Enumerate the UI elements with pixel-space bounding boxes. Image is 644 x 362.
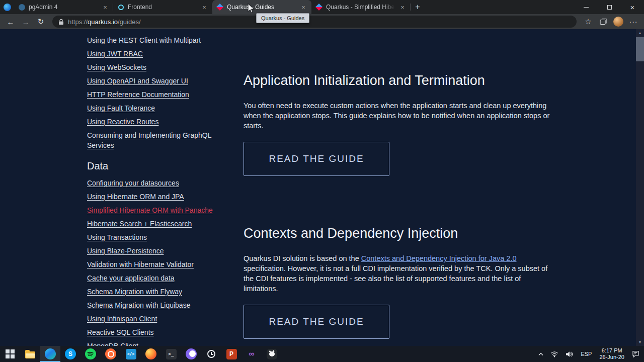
sidebar-link[interactable]: Schema Migration with Flyway bbox=[87, 287, 214, 297]
browser-logo-icon bbox=[0, 0, 14, 14]
scroll-up-icon[interactable]: ▲ bbox=[636, 29, 644, 37]
sidebar-link[interactable]: Using WebSockets bbox=[87, 62, 214, 72]
tab-quarkus-panache[interactable]: Quarkus - Simplified Hibernate ORM with … bbox=[311, 0, 411, 14]
start-button[interactable] bbox=[0, 346, 20, 362]
profile-avatar[interactable] bbox=[611, 15, 626, 28]
clock-date: 26-Jun-20 bbox=[599, 354, 624, 360]
pgadmin-favicon bbox=[18, 4, 25, 11]
sidebar-link[interactable]: Using OpenAPI and Swagger UI bbox=[87, 76, 214, 86]
github-desktop-icon[interactable] bbox=[262, 346, 282, 362]
refresh-button[interactable]: ↻ bbox=[33, 15, 48, 28]
postman-icon[interactable] bbox=[101, 346, 121, 362]
scrollbar-thumb[interactable] bbox=[636, 37, 644, 61]
taskbar-clock[interactable]: 6:17 PM 26-Jun-20 bbox=[595, 347, 628, 360]
sidebar-link[interactable]: Using Hibernate ORM and JPA bbox=[87, 192, 214, 202]
sidebar-link[interactable]: Validation with Hibernate Validator bbox=[87, 259, 214, 269]
sidebar-link[interactable]: Using Blaze-Persistence bbox=[87, 246, 214, 256]
more-options-icon[interactable]: ··· bbox=[626, 15, 641, 28]
firefox-icon[interactable] bbox=[141, 346, 161, 362]
maximize-button[interactable] bbox=[598, 0, 621, 14]
back-button[interactable]: ← bbox=[3, 15, 18, 28]
visual-studio-icon[interactable]: ∞ bbox=[242, 346, 262, 362]
forward-button[interactable]: → bbox=[18, 15, 33, 28]
wifi-icon[interactable] bbox=[547, 346, 562, 362]
section-title: Contexts and Dependency Injection bbox=[244, 224, 553, 242]
page-scrollbar[interactable]: ▲ ▼ bbox=[636, 29, 644, 346]
mouse-cursor bbox=[247, 3, 257, 14]
guides-sidebar: Using the REST Client with Multipart Usi… bbox=[87, 35, 214, 346]
tab-close-icon[interactable]: × bbox=[200, 3, 208, 11]
tab-title: Frontend bbox=[128, 4, 197, 11]
sidebar-link[interactable]: Using Transactions bbox=[87, 232, 214, 242]
section-title: Application Initialization and Terminati… bbox=[244, 71, 553, 89]
sidebar-link[interactable]: Using JWT RBAC bbox=[87, 49, 214, 59]
sidebar-link[interactable]: HTTP Reference Documentation bbox=[87, 89, 214, 100]
favorites-star-icon[interactable]: ☆ bbox=[581, 15, 596, 28]
volume-icon[interactable] bbox=[562, 346, 577, 362]
read-guide-button[interactable]: READ THE GUIDE bbox=[244, 305, 389, 339]
tab-close-icon[interactable]: × bbox=[101, 3, 109, 11]
sidebar-link[interactable]: Hibernate Search + Elasticsearch bbox=[87, 219, 214, 229]
sidebar-link-active[interactable]: Simplified Hibernate ORM with Panache bbox=[87, 205, 214, 215]
tab-tooltip: Quarkus - Guides bbox=[256, 13, 309, 23]
tab-close-icon[interactable]: × bbox=[299, 3, 307, 11]
quarkus-favicon bbox=[216, 4, 223, 11]
skype-icon[interactable]: S bbox=[60, 346, 80, 362]
sidebar-link[interactable]: Configuring your datasources bbox=[87, 178, 214, 188]
lock-icon bbox=[58, 19, 64, 25]
language-indicator[interactable]: ESP bbox=[577, 346, 595, 362]
minimize-button[interactable] bbox=[575, 0, 598, 14]
react-favicon bbox=[117, 4, 124, 11]
read-guide-button[interactable]: READ THE GUIDE bbox=[244, 142, 389, 176]
browser-toolbar: ← → ↻ https://quarkus.io/guides/ ☆ ··· bbox=[0, 14, 644, 29]
system-tray: ESP 6:17 PM 26-Jun-20 bbox=[535, 346, 644, 362]
sidebar-section-title: Data bbox=[87, 160, 214, 172]
tab-quarkus-guides[interactable]: Quarkus - Guides × bbox=[212, 0, 311, 14]
guide-section-init-termination: Application Initialization and Terminati… bbox=[244, 71, 553, 176]
action-center-icon[interactable] bbox=[628, 346, 643, 362]
sidebar-link[interactable]: Schema Migration with Liquibase bbox=[87, 300, 214, 310]
cdi-spec-link[interactable]: Contexts and Dependency Injection for Ja… bbox=[361, 254, 517, 262]
tab-frontend[interactable]: Frontend × bbox=[113, 0, 212, 14]
sidebar-link[interactable]: Using Infinispan Client bbox=[87, 314, 214, 324]
clock-time: 6:17 PM bbox=[599, 347, 624, 354]
quarkus-favicon bbox=[315, 4, 323, 11]
hidden-icons-chevron[interactable] bbox=[535, 346, 547, 362]
tab-close-icon[interactable]: × bbox=[398, 3, 407, 11]
vscode-icon[interactable]: </> bbox=[121, 346, 141, 362]
section-body: Quarkus DI solution is based on the Cont… bbox=[244, 253, 553, 294]
sidebar-link[interactable]: Consuming and Implementing GraphQL Servi… bbox=[87, 130, 214, 150]
spotify-icon[interactable] bbox=[80, 346, 101, 362]
sidebar-link[interactable]: Using the REST Client with Multipart bbox=[87, 35, 214, 45]
collections-icon[interactable] bbox=[596, 15, 611, 28]
windows-logo-icon bbox=[6, 349, 15, 358]
browser-window: pgAdmin 4 × Frontend × Quarkus - Guides … bbox=[0, 0, 644, 362]
new-tab-button[interactable]: + bbox=[411, 0, 425, 14]
url-text: https://quarkus.io/guides/ bbox=[68, 18, 141, 26]
sidebar-link[interactable]: Cache your application data bbox=[87, 273, 214, 283]
tab-title: pgAdmin 4 bbox=[29, 4, 98, 11]
sidebar-link[interactable]: Using Reactive Routes bbox=[87, 117, 214, 127]
clock-app-icon[interactable] bbox=[201, 346, 221, 362]
sidebar-link[interactable]: Reactive SQL Clients bbox=[87, 327, 214, 337]
section-body: You often need to execute custom actions… bbox=[244, 101, 553, 131]
insomnia-icon[interactable] bbox=[181, 346, 201, 362]
scroll-down-icon[interactable]: ▼ bbox=[636, 338, 644, 346]
sidebar-link[interactable]: MongoDB Client bbox=[87, 341, 214, 346]
tab-title: Quarkus - Guides bbox=[227, 4, 296, 11]
guide-section-cdi: Contexts and Dependency Injection Quarku… bbox=[244, 224, 553, 339]
tab-pgadmin[interactable]: pgAdmin 4 × bbox=[14, 0, 113, 14]
guides-main: Application Initialization and Terminati… bbox=[244, 29, 553, 346]
powerpoint-icon[interactable]: P bbox=[221, 346, 242, 362]
sidebar-link[interactable]: Using Fault Tolerance bbox=[87, 103, 214, 113]
edge-icon[interactable] bbox=[40, 346, 60, 362]
file-explorer-icon[interactable] bbox=[20, 346, 40, 362]
address-bar[interactable]: https://quarkus.io/guides/ bbox=[52, 16, 577, 28]
tab-strip: pgAdmin 4 × Frontend × Quarkus - Guides … bbox=[0, 0, 644, 14]
page-content: Using the REST Client with Multipart Usi… bbox=[0, 29, 644, 346]
terminal-icon[interactable]: >_ bbox=[161, 346, 181, 362]
close-button[interactable]: × bbox=[621, 0, 644, 14]
tab-title: Quarkus - Simplified Hibernate ORM with … bbox=[326, 4, 395, 11]
windows-taskbar: S </> >_ P ∞ bbox=[0, 346, 644, 362]
